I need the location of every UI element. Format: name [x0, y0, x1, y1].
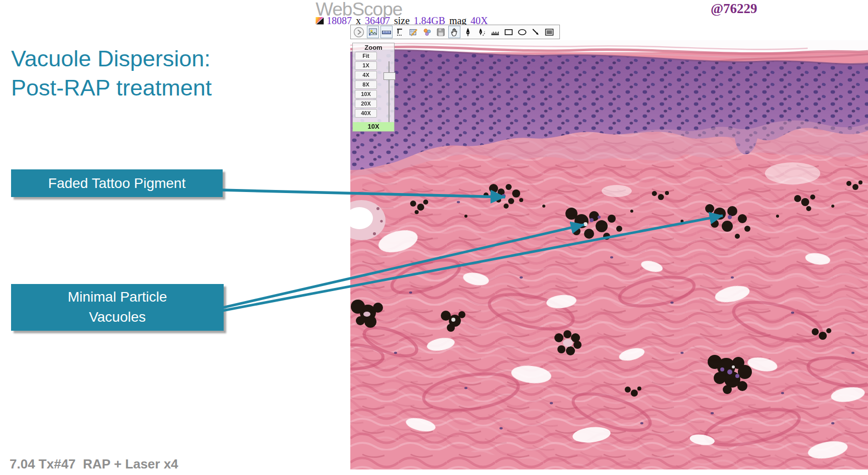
arrow-icon[interactable] — [530, 26, 542, 38]
annotations-icon[interactable] — [408, 26, 420, 38]
zoom-buttons: Fit 1X 4X 8X 10X 20X 40X — [355, 52, 377, 119]
histology-canvas[interactable] — [350, 40, 868, 469]
ellipse-icon[interactable] — [516, 26, 528, 38]
page-title-line1: Vacuole Dispersion: — [11, 44, 212, 73]
slide-thumbnail-icon — [316, 17, 324, 25]
measure-ticks-icon[interactable] — [489, 26, 501, 38]
page-title-line2: Post-RAP treatment — [11, 73, 212, 103]
callout-minimal-particle-line1: Minimal Particle — [11, 287, 224, 307]
zoom-button-4x[interactable]: 4X — [355, 71, 377, 79]
zoom-slider-track[interactable] — [389, 61, 390, 127]
slide-caption-line1: 7.04 Tx#47 RAP + Laser x4 — [10, 455, 178, 473]
zoom-button-20x[interactable]: 20X — [355, 100, 377, 108]
ruler-icon[interactable] — [380, 26, 393, 38]
pen-icon[interactable] — [462, 26, 474, 38]
zoom-panel: Zoom Fit 1X 4X 8X 10X 20X 40X 10X — [352, 43, 395, 132]
image-info-line: 18087 x 36407 size 1.84GB mag 40X — [316, 16, 490, 26]
save-icon[interactable] — [435, 26, 447, 38]
pan-hand-icon[interactable] — [448, 26, 460, 38]
callout-minimal-particle-vacuoles: Minimal Particle Vacuoles — [11, 284, 224, 331]
zoom-button-1x[interactable]: 1X — [355, 61, 377, 70]
callout-faded-tattoo-pigment-label: Faded Tattoo Pigment — [48, 175, 185, 191]
slide-caption: 7.04 Tx#47 RAP + Laser x4 (76229)– Day 0 — [10, 420, 178, 475]
expand-icon[interactable] — [352, 26, 365, 39]
viewer-toolbar — [350, 25, 560, 39]
histology-image — [350, 40, 868, 469]
zoom-button-fit[interactable]: Fit — [355, 52, 377, 60]
rectangle-icon[interactable] — [503, 26, 515, 38]
slide-id-label: @76229 — [711, 1, 757, 17]
zoom-slider-handle[interactable] — [383, 72, 396, 80]
pin-measure-icon[interactable] — [394, 26, 406, 38]
zoom-active-level: 10X — [353, 122, 394, 131]
zoom-button-10x[interactable]: 10X — [355, 90, 377, 99]
image-icon[interactable] — [367, 26, 379, 38]
image-width: 18087 — [327, 15, 352, 27]
molecule-icon[interactable] — [421, 26, 433, 38]
page-title: Vacuole Dispersion: Post-RAP treatment — [11, 44, 212, 103]
notes-icon[interactable] — [543, 26, 555, 38]
zoom-button-40x[interactable]: 40X — [355, 109, 377, 118]
callout-minimal-particle-line2: Vacuoles — [11, 307, 224, 327]
callout-faded-tattoo-pigment: Faded Tattoo Pigment — [11, 169, 223, 197]
pen-freehand-icon[interactable] — [475, 26, 488, 38]
zoom-button-8x[interactable]: 8X — [355, 80, 377, 89]
zoom-panel-title: Zoom — [353, 44, 394, 51]
